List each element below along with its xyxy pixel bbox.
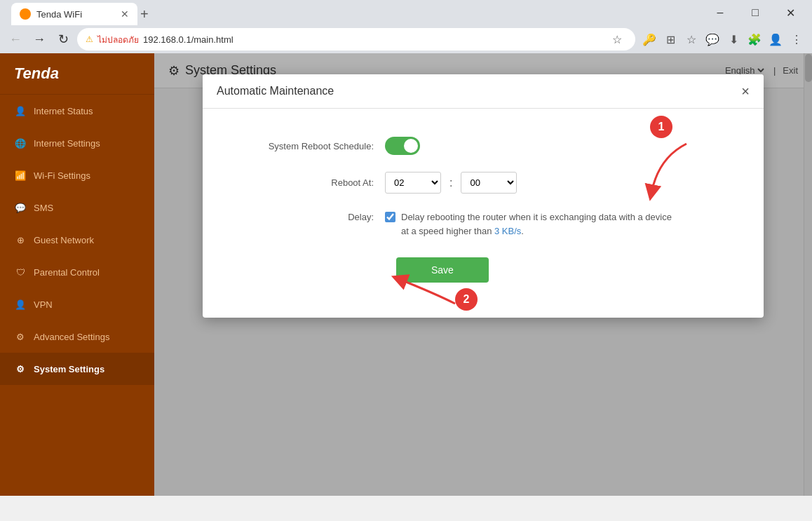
modal-dialog: Automatic Maintenance × System Reboot Sc… bbox=[203, 74, 764, 318]
delay-row: Delay: Delay rebooting the router when i… bbox=[245, 210, 722, 238]
back-button[interactable]: ← bbox=[6, 29, 25, 49]
logo-text: Tenda bbox=[14, 65, 59, 82]
sidebar-logo: Tenda bbox=[0, 53, 154, 95]
wifi-settings-icon: 📶 bbox=[14, 169, 27, 182]
sidebar-item-label: Guest Network bbox=[34, 235, 94, 245]
toggle-track[interactable] bbox=[385, 137, 420, 155]
sidebar-item-label: VPN bbox=[34, 299, 53, 310]
system-settings-icon: ⚙ bbox=[14, 363, 27, 375]
address-action-icons: ☆ bbox=[607, 29, 627, 49]
tab-favicon bbox=[20, 8, 31, 20]
address-bar: ← → ↻ ⚠ ไม่ปลอดภัย 192.168.0.1/main.html… bbox=[0, 25, 812, 53]
minute-select[interactable]: 00 05 10 15 bbox=[461, 172, 517, 194]
security-label: ไม่ปลอดภัย bbox=[97, 33, 139, 46]
extension-icons: 🔑 ⊞ ☆ 💬 ⬇ 🧩 👤 ⋮ bbox=[640, 29, 806, 49]
title-bar: Tenda WiFi ✕ + – □ ✕ bbox=[0, 0, 812, 25]
guest-network-icon: ⊕ bbox=[14, 234, 27, 246]
time-colon: : bbox=[449, 177, 452, 189]
forward-button[interactable]: → bbox=[29, 29, 49, 49]
sidebar-item-internet-settings[interactable]: 🌐 Internet Settings bbox=[0, 127, 154, 159]
reboot-at-row: Reboot At: 00 01 02 03 04 05 : bbox=[245, 172, 722, 194]
address-field[interactable]: ⚠ ไม่ปลอดภัย 192.168.0.1/main.html ☆ bbox=[77, 28, 635, 50]
close-button[interactable]: ✕ bbox=[774, 1, 806, 24]
annotation-2: 2 bbox=[455, 288, 478, 311]
browser-window: Tenda WiFi ✕ + – □ ✕ ← → ↻ ⚠ ไม่ปลอดภัย … bbox=[0, 0, 812, 53]
sms-icon: 💬 bbox=[14, 201, 27, 214]
reboot-at-control: 00 01 02 03 04 05 : 00 05 10 bbox=[385, 172, 517, 194]
modal-overlay: Automatic Maintenance × System Reboot Sc… bbox=[154, 53, 812, 496]
sidebar-item-vpn[interactable]: 👤 VPN bbox=[0, 288, 154, 320]
delay-checkbox[interactable] bbox=[385, 212, 395, 222]
annotation-1: 1 bbox=[650, 116, 672, 138]
sidebar-item-label: Internet Settings bbox=[34, 138, 100, 149]
advanced-settings-icon: ⚙ bbox=[14, 330, 27, 343]
tab-close-btn[interactable]: ✕ bbox=[121, 8, 129, 20]
modal-header: Automatic Maintenance × bbox=[203, 74, 764, 109]
content-area: ⚙ System Settings English | Exit Automat… bbox=[154, 53, 812, 496]
sidebar-item-label: Parental Control bbox=[34, 267, 100, 278]
sidebar-item-internet-status[interactable]: 👤 Internet Status bbox=[0, 95, 154, 127]
delay-speed: 3 KB/s bbox=[494, 226, 521, 236]
reboot-schedule-row: System Reboot Schedule: bbox=[245, 137, 722, 155]
star-icon[interactable]: ☆ bbox=[682, 29, 701, 49]
hour-select[interactable]: 00 01 02 03 04 05 bbox=[385, 172, 441, 194]
sidebar-item-wifi-settings[interactable]: 📶 Wi-Fi Settings bbox=[0, 159, 154, 191]
vpn-icon: 👤 bbox=[14, 298, 27, 311]
save-button[interactable]: Save bbox=[396, 257, 489, 283]
delay-content: Delay rebooting the router when it is ex… bbox=[385, 210, 679, 238]
profile-icon[interactable]: 👤 bbox=[766, 29, 785, 49]
browser-tab[interactable]: Tenda WiFi ✕ bbox=[11, 3, 137, 25]
sidebar-item-label: System Settings bbox=[34, 364, 104, 374]
download-icon[interactable]: ⬇ bbox=[724, 29, 743, 49]
sidebar-item-label: Internet Status bbox=[34, 106, 93, 116]
sidebar-item-label: Advanced Settings bbox=[34, 332, 109, 342]
modal-title: Automatic Maintenance bbox=[217, 85, 334, 97]
annotation-circle-1: 1 bbox=[650, 116, 672, 138]
parental-control-icon: 🛡 bbox=[14, 266, 27, 278]
security-warning-icon: ⚠ bbox=[86, 34, 93, 44]
minimize-button[interactable]: – bbox=[704, 1, 736, 24]
reload-button[interactable]: ↻ bbox=[53, 29, 73, 49]
reboot-at-label: Reboot At: bbox=[245, 177, 385, 188]
main-layout: Tenda 👤 Internet Status 🌐 Internet Setti… bbox=[0, 53, 812, 496]
puzzle-icon[interactable]: 🧩 bbox=[745, 29, 764, 49]
sidebar-item-label: Wi-Fi Settings bbox=[34, 170, 90, 181]
sidebar-item-label: SMS bbox=[34, 203, 53, 213]
key-icon[interactable]: 🔑 bbox=[640, 29, 659, 49]
reboot-schedule-toggle[interactable] bbox=[385, 137, 420, 155]
internet-status-icon: 👤 bbox=[14, 104, 27, 117]
sidebar-item-system-settings[interactable]: ⚙ System Settings bbox=[0, 353, 154, 385]
reboot-schedule-label: System Reboot Schedule: bbox=[245, 141, 385, 151]
sidebar-item-sms[interactable]: 💬 SMS bbox=[0, 191, 154, 224]
sidebar-item-parental-control[interactable]: 🛡 Parental Control bbox=[0, 256, 154, 288]
menu-icon[interactable]: ⋮ bbox=[787, 29, 806, 49]
tab-title: Tenda WiFi bbox=[36, 9, 82, 20]
tab-bar: Tenda WiFi ✕ + bbox=[6, 0, 704, 25]
sidebar-item-guest-network[interactable]: ⊕ Guest Network bbox=[0, 224, 154, 256]
window-controls: – □ ✕ bbox=[704, 1, 806, 24]
save-row: Save bbox=[245, 257, 722, 283]
delay-label: Delay: bbox=[245, 210, 385, 222]
annotation-circle-2: 2 bbox=[455, 288, 478, 311]
modal-body: System Reboot Schedule: Reboot At: bbox=[203, 109, 764, 318]
translate-icon[interactable]: ⊞ bbox=[661, 29, 680, 49]
maximize-button[interactable]: □ bbox=[739, 1, 771, 24]
internet-settings-icon: 🌐 bbox=[14, 137, 27, 149]
toggle-thumb bbox=[404, 139, 418, 153]
message-icon[interactable]: 💬 bbox=[703, 29, 722, 49]
new-tab-button[interactable]: + bbox=[140, 3, 149, 25]
sidebar: Tenda 👤 Internet Status 🌐 Internet Setti… bbox=[0, 53, 154, 496]
modal-close-button[interactable]: × bbox=[741, 84, 750, 98]
reboot-schedule-control bbox=[385, 137, 420, 155]
url-display: 192.168.0.1/main.html bbox=[143, 34, 603, 45]
sidebar-item-advanced-settings[interactable]: ⚙ Advanced Settings bbox=[0, 320, 154, 353]
delay-description: Delay rebooting the router when it is ex… bbox=[401, 210, 679, 238]
bookmark-icon[interactable]: ☆ bbox=[607, 29, 627, 49]
